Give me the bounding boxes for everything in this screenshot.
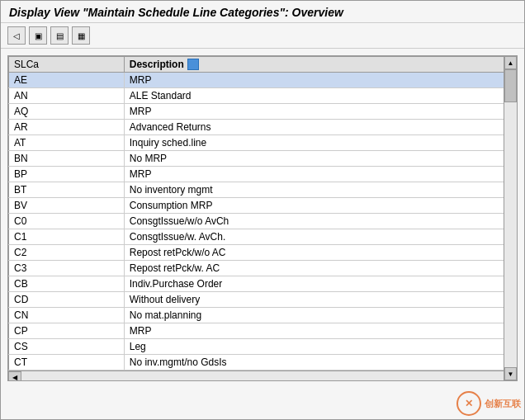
cell-slca: BN <box>9 151 125 167</box>
cell-description: No inventory mgmt <box>124 182 516 198</box>
bottom-area: ✕ 创新互联 <box>1 388 524 419</box>
cell-description: MRP <box>124 104 516 120</box>
table-row[interactable]: CTNo inv.mgmt/no GdsIs <box>9 355 517 370</box>
watermark: ✕ 创新互联 <box>456 391 521 416</box>
table-row[interactable]: BTNo inventory mgmt <box>9 182 517 198</box>
main-window: Display View "Maintain Schedule Line Cat… <box>0 0 525 420</box>
table-row[interactable]: BVConsumption MRP <box>9 198 517 214</box>
cell-slca: AE <box>9 73 125 88</box>
table-header-row: SLCa Description <box>9 57 517 73</box>
cell-slca: C1 <box>9 229 125 245</box>
cell-description: Leg <box>124 339 516 355</box>
cell-slca: CP <box>9 323 125 339</box>
cell-description: MRP <box>124 323 516 339</box>
table-row[interactable]: ANALE Standard <box>9 88 517 104</box>
toolbar-icon-2: ▣ <box>35 31 42 40</box>
cell-description: Inquiry sched.line <box>124 135 516 151</box>
cell-slca: CS <box>9 339 125 355</box>
cell-description: MRP <box>124 167 516 182</box>
cell-slca: AR <box>9 120 125 135</box>
cell-description: Indiv.Purchase Order <box>124 276 516 292</box>
horizontal-scrollbar[interactable]: ◀ ▶ <box>8 370 517 381</box>
cell-description: No mat.planning <box>124 308 516 323</box>
cell-slca: CT <box>9 355 125 370</box>
page-title: Display View "Maintain Schedule Line Cat… <box>9 6 516 19</box>
cell-slca: C3 <box>9 261 125 276</box>
col-header-description[interactable]: Description <box>124 57 516 73</box>
toolbar-icon-4: ▦ <box>78 31 85 40</box>
cell-description: Advanced Returns <box>124 120 516 135</box>
table-row[interactable]: CSLeg <box>9 339 517 355</box>
watermark-logo: ✕ <box>456 391 481 416</box>
title-bar: Display View "Maintain Schedule Line Cat… <box>1 1 524 23</box>
cell-description: No inv.mgmt/no GdsIs <box>124 355 516 370</box>
table-row[interactable]: CNNo mat.planning <box>9 308 517 323</box>
cell-slca: C2 <box>9 245 125 261</box>
cell-description: No MRP <box>124 151 516 167</box>
table-row[interactable]: C2Repost retPck/w/o AC <box>9 245 517 261</box>
cell-slca: CN <box>9 308 125 323</box>
column-settings-icon[interactable] <box>187 59 199 70</box>
table-row[interactable]: CDWithout delivery <box>9 292 517 308</box>
vertical-scrollbar[interactable]: ▲ ▼ <box>504 56 517 380</box>
cell-description: Repost retPck/w/o AC <box>124 245 516 261</box>
cell-slca: CD <box>9 292 125 308</box>
content-area: SLCa Description AEMRPANALE StandardAQMR… <box>1 49 524 388</box>
scroll-track[interactable] <box>504 69 517 367</box>
cell-slca: AN <box>9 88 125 104</box>
col-header-slca[interactable]: SLCa <box>9 57 125 73</box>
toolbar-btn-2[interactable]: ▣ <box>29 26 47 45</box>
cell-description: ConsgtIssue/w/o AvCh <box>124 214 516 229</box>
table-row[interactable]: C3Repost retPck/w. AC <box>9 261 517 276</box>
cell-description: ALE Standard <box>124 88 516 104</box>
scroll-thumb[interactable] <box>504 69 517 102</box>
toolbar-btn-3[interactable]: ▤ <box>50 26 69 45</box>
table-row[interactable]: BNNo MRP <box>9 151 517 167</box>
cell-slca: AT <box>9 135 125 151</box>
table-row[interactable]: AQMRP <box>9 104 517 120</box>
toolbar-btn-4[interactable]: ▦ <box>72 26 90 45</box>
cell-description: ConsgtIssue/w. AvCh. <box>124 229 516 245</box>
cell-slca: BV <box>9 198 125 214</box>
cell-description: Without delivery <box>124 292 516 308</box>
watermark-text: 创新互联 <box>485 398 521 410</box>
toolbar: ◁ ▣ ▤ ▦ <box>1 23 524 49</box>
scroll-left-btn[interactable]: ◀ <box>8 371 21 382</box>
table-row[interactable]: C0ConsgtIssue/w/o AvCh <box>9 214 517 229</box>
cell-description: Repost retPck/w. AC <box>124 261 516 276</box>
table-row[interactable]: BPMRP <box>9 167 517 182</box>
cell-slca: CB <box>9 276 125 292</box>
toolbar-icon-1: ◁ <box>13 31 20 40</box>
cell-slca: BT <box>9 182 125 198</box>
table-container: SLCa Description AEMRPANALE StandardAQMR… <box>7 55 518 381</box>
h-scroll-track[interactable] <box>21 371 504 381</box>
table-row[interactable]: CPMRP <box>9 323 517 339</box>
table-row[interactable]: ARAdvanced Returns <box>9 120 517 135</box>
scroll-down-btn[interactable]: ▼ <box>504 367 517 380</box>
table-row[interactable]: AEMRP <box>9 73 517 88</box>
toolbar-btn-1[interactable]: ◁ <box>7 26 26 45</box>
cell-slca: AQ <box>9 104 125 120</box>
cell-description: Consumption MRP <box>124 198 516 214</box>
scroll-up-btn[interactable]: ▲ <box>504 56 517 69</box>
cell-slca: BP <box>9 167 125 182</box>
table-row[interactable]: ATInquiry sched.line <box>9 135 517 151</box>
data-table: SLCa Description AEMRPANALE StandardAQMR… <box>8 56 517 370</box>
table-row[interactable]: C1ConsgtIssue/w. AvCh. <box>9 229 517 245</box>
toolbar-icon-3: ▤ <box>56 31 64 40</box>
cell-slca: C0 <box>9 214 125 229</box>
cell-description: MRP <box>124 73 516 88</box>
table-row[interactable]: CBIndiv.Purchase Order <box>9 276 517 292</box>
table-body: AEMRPANALE StandardAQMRPARAdvanced Retur… <box>9 73 517 370</box>
